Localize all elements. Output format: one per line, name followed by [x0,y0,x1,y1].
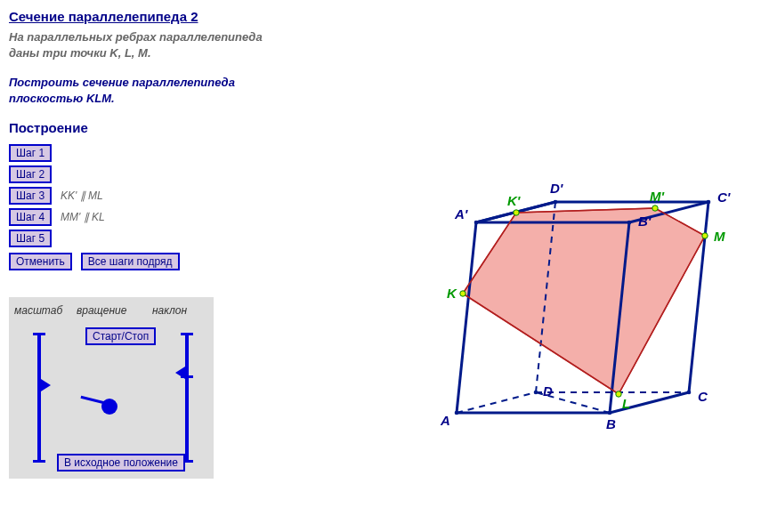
edge-A-Ap [457,222,476,413]
controls-panel: масштаб вращение наклон Старт/Стоп В исх… [9,297,214,479]
vertex-label-Ap: A' [454,206,468,222]
vertex-Bp [627,221,632,225]
start-stop-button[interactable]: Старт/Стоп [85,327,156,345]
undo-button[interactable]: Отменить [9,253,72,270]
vertex-Kp [514,210,519,215]
step-1-button[interactable]: Шаг 1 [9,144,52,162]
vertex-A [455,411,459,415]
vertex-label-C: C [698,389,708,404]
rotation-label: вращение [77,304,152,317]
geometry-viewport[interactable]: ABCDA'B'C'D'KLMK'M' [392,142,757,480]
vertex-label-K: K [447,286,457,301]
scale-label: масштаб [14,304,77,317]
task-line2: плоскостью KLM. [9,91,760,107]
all-steps-button[interactable]: Все шаги подряд [81,253,180,270]
vertex-L [616,391,621,397]
construction-header: Построение [9,120,760,135]
step-4-button[interactable]: Шаг 4 [9,208,52,226]
task-line1: Построить сечение параллелепипеда [9,75,760,91]
edge-A-D [457,392,536,413]
problem-description: На параллельных ребрах параллелепипеда д… [9,29,760,60]
reset-button[interactable]: В исходное положение [57,454,185,472]
scale-slider[interactable] [37,333,41,463]
step-3-note: KK' ∥ ML [61,189,103,202]
vertex-label-A: A [440,413,450,428]
vertex-K [460,291,465,296]
tilt-slider[interactable] [185,333,189,463]
desc-line2: даны три точки K, L, M. [9,45,760,61]
step-4-note: MM' ∥ KL [61,211,105,223]
vertex-B [608,411,612,415]
vertex-label-Cp: C' [717,189,731,205]
step-2-button[interactable]: Шаг 2 [9,165,52,183]
vertex-D [534,391,538,395]
vertex-M [702,233,708,238]
step-3-button[interactable]: Шаг 3 [9,187,52,205]
vertex-label-M: M [714,229,725,244]
vertex-label-Dp: D' [550,181,563,196]
vertex-Ap [474,221,479,225]
problem-task: Построить сечение параллелепипеда плоско… [9,75,760,106]
vertex-Dp [554,200,558,205]
desc-line1: На параллельных ребрах параллелепипеда [9,29,760,45]
vertex-label-D: D [543,383,553,399]
vertex-label-Bp: B' [638,214,652,229]
tilt-label: наклон [152,304,201,317]
scale-slider-thumb[interactable] [41,379,51,391]
vertex-label-L: L [622,396,630,411]
vertex-label-B: B [606,416,616,431]
vertex-C [687,391,692,395]
vertex-Mp [652,206,658,211]
rotation-dial[interactable] [101,399,117,415]
vertex-Cp [707,200,711,205]
vertex-label-Kp: K' [507,193,521,208]
vertex-label-Mp: M' [650,189,664,204]
tilt-slider-thumb[interactable] [175,367,185,379]
page-title: Сечение параллелепипеда 2 [9,9,760,24]
step-5-button[interactable]: Шаг 5 [9,230,52,247]
